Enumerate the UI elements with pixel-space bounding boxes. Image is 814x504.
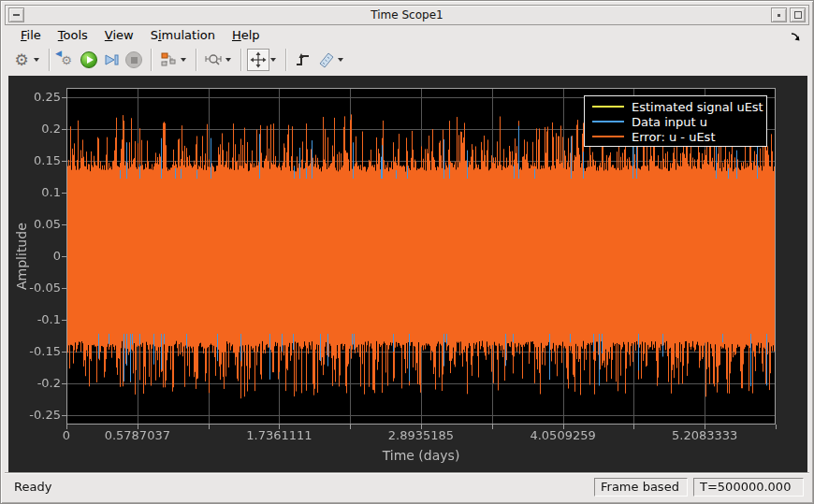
gear-icon: ⚙ <box>14 52 28 68</box>
legend[interactable]: Estimated signal uEst Data input u Error… <box>584 95 767 147</box>
signal-selector-icon <box>160 51 177 68</box>
legend-entry: Data input u <box>592 114 766 129</box>
legend-label: Estimated signal uEst <box>632 100 763 114</box>
maximize-icon <box>794 11 802 19</box>
y-tick-label: -0.2 <box>8 376 61 390</box>
trigger-icon <box>295 51 312 68</box>
measurements-icon <box>317 51 335 68</box>
maximize-button[interactable] <box>790 7 806 22</box>
legend-label: Error: u - uEst <box>632 130 716 144</box>
toolbar-separator <box>240 49 241 71</box>
x-tick-label: 5.2083333 <box>662 428 747 442</box>
simulation-time-indicator: T=500000.000 <box>693 478 804 497</box>
settings-dropdown-arrow-icon[interactable] <box>34 58 39 62</box>
stop-icon <box>125 51 142 68</box>
menu-file[interactable]: File <box>12 26 50 44</box>
y-tick-label: 0 <box>8 249 61 263</box>
toolbar-separator <box>151 49 152 71</box>
time-scope-window: Time Scope1 File Tools View Simulation H… <box>0 0 814 504</box>
x-tick-label: 4.0509259 <box>521 428 605 442</box>
y-tick-label: 0.2 <box>8 122 61 136</box>
menu-help[interactable]: Help <box>224 26 269 44</box>
step-forward-icon <box>103 51 120 68</box>
settings-button[interactable]: ⚙ <box>10 49 33 71</box>
legend-line-sample <box>592 106 624 108</box>
y-tick-label: 0.1 <box>8 185 61 199</box>
scope-panel: Amplitude Time (days) Estimated signal u… <box>8 76 807 475</box>
window-menu-icon <box>13 14 20 16</box>
stop-button[interactable] <box>123 49 145 71</box>
y-tick-label: 0.15 <box>8 153 61 167</box>
x-tick-label: 2.8935185 <box>379 428 463 442</box>
y-tick-label: -0.25 <box>8 408 61 422</box>
status-message: Ready <box>14 480 594 494</box>
menu-view[interactable]: View <box>96 26 142 44</box>
x-axis-label: Time (days) <box>66 448 776 463</box>
zoom-dropdown-arrow-icon[interactable] <box>225 58 231 62</box>
toolbar-separator <box>49 49 50 71</box>
menubar: File Tools View Simulation Help <box>5 25 809 45</box>
zoom-button[interactable] <box>202 49 225 71</box>
legend-entry: Error: u - uEst <box>592 129 766 144</box>
run-icon <box>80 51 97 68</box>
window-menu-button[interactable] <box>8 7 24 22</box>
y-tick-label: -0.15 <box>8 344 61 358</box>
trigger-button[interactable] <box>292 49 314 71</box>
signal-selector-dropdown-arrow-icon[interactable] <box>181 58 186 62</box>
statusbar: Ready Frame based T=500000.000 <box>5 473 809 499</box>
back-arrow-icon: ◀ <box>55 50 62 58</box>
y-tick-label: 0.05 <box>8 217 61 231</box>
legend-entry: Estimated signal uEst <box>592 99 766 114</box>
measurements-button[interactable] <box>314 49 337 71</box>
y-tick-label: -0.1 <box>8 312 61 326</box>
minimize-button[interactable] <box>771 7 787 22</box>
toolbar: ⚙ ⚙ ◀ <box>5 45 809 75</box>
y-tick-label: 0.25 <box>8 90 61 104</box>
signal-selector-button[interactable] <box>157 49 180 71</box>
titlebar[interactable]: Time Scope1 <box>5 5 809 25</box>
minimize-icon <box>778 14 780 17</box>
measurements-dropdown-arrow-icon[interactable] <box>338 58 343 62</box>
legend-line-sample <box>592 121 624 122</box>
run-button[interactable] <box>78 49 100 71</box>
menu-simulation[interactable]: Simulation <box>142 26 224 44</box>
span-axes-dropdown-arrow-icon[interactable] <box>270 58 276 62</box>
toolbar-separator <box>285 49 286 71</box>
legend-line-sample <box>592 136 624 137</box>
step-forward-button[interactable] <box>100 49 123 71</box>
x-tick-label: 0.5787037 <box>95 428 180 442</box>
connect-to-simulink-button[interactable]: ⚙ ◀ <box>55 49 78 71</box>
zoom-icon <box>204 51 223 68</box>
span-axes-icon <box>250 51 267 68</box>
frame-mode-indicator: Frame based <box>594 478 688 497</box>
simulink-gear-icon: ⚙ <box>61 54 72 66</box>
menu-tools[interactable]: Tools <box>50 26 96 44</box>
legend-label: Data input u <box>632 115 707 129</box>
y-tick-label: -0.05 <box>8 281 61 295</box>
x-tick-label: 1.7361111 <box>237 428 321 442</box>
span-axes-button[interactable] <box>247 49 269 71</box>
toolbar-separator <box>196 49 196 71</box>
window-title: Time Scope1 <box>6 8 808 22</box>
